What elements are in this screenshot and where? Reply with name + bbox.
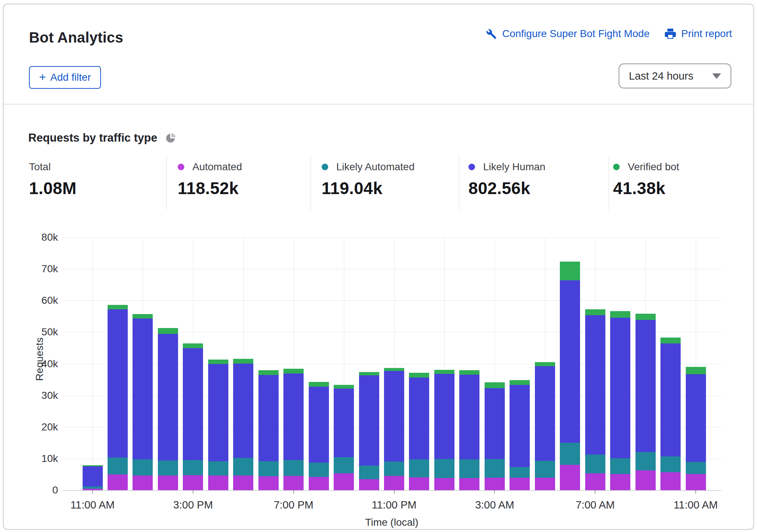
bar-segment-likely-automated xyxy=(158,460,178,475)
gridline-h xyxy=(62,269,721,269)
bar-segment-verified-bot xyxy=(485,382,505,388)
x-axis-tick xyxy=(695,490,696,494)
bar-segment-verified-bot xyxy=(409,373,429,378)
bar-segment-likely-automated xyxy=(283,460,304,476)
stat-value-likely-automated: 119.04k xyxy=(322,178,414,198)
bar-segment-automated xyxy=(459,478,479,490)
bar-segment-automated xyxy=(233,475,253,490)
stat-value-verified-bot: 41.38k xyxy=(613,178,679,198)
x-axis-tick-label: 11:00 PM xyxy=(354,499,435,511)
add-filter-label: Add filter xyxy=(50,72,91,83)
add-filter-button[interactable]: + Add filter xyxy=(29,66,101,89)
bar-segment-verified-bot xyxy=(258,370,279,375)
legend-dot-verified-bot xyxy=(613,164,620,170)
bar-segment-likely-automated xyxy=(133,459,153,475)
bar-segment-automated xyxy=(334,473,354,490)
bar-segment-automated xyxy=(485,478,505,490)
x-axis-tick-label: 3:00 AM xyxy=(454,499,535,511)
bar-segment-likely-automated xyxy=(208,461,228,476)
time-range-select[interactable]: Last 24 hours xyxy=(619,63,731,88)
header-links: Configure Super Bot Fight Mode Print rep… xyxy=(485,28,732,40)
legend-dot-likely-automated xyxy=(322,164,328,170)
gridline-h xyxy=(62,300,721,301)
bar-segment-likely-human xyxy=(660,343,681,456)
legend-dot-likely-human xyxy=(468,164,475,170)
bar-segment-likely-automated xyxy=(233,458,253,475)
stat-divider xyxy=(609,156,609,210)
bar-segment-likely-human xyxy=(585,315,605,455)
x-axis-tick xyxy=(193,490,193,494)
bar-segment-likely-automated xyxy=(334,457,354,474)
stat-label-verified-bot: Verified bot xyxy=(628,161,679,173)
bar-segment-likely-human xyxy=(334,389,354,457)
bar-segment-likely-human xyxy=(610,318,630,458)
bar-segment-automated xyxy=(535,478,555,490)
bar-segment-verified-bot xyxy=(434,370,454,374)
bar-segment-likely-automated xyxy=(108,458,128,474)
bar-segment-likely-automated xyxy=(434,459,454,478)
bar-segment-verified-bot xyxy=(459,370,479,375)
bar-segment-verified-bot xyxy=(635,314,656,320)
bar-segment-automated xyxy=(560,465,580,490)
pie-chart-icon xyxy=(165,132,176,143)
bar-segment-automated xyxy=(258,476,279,490)
bar-segment-likely-automated xyxy=(309,463,329,477)
x-axis-tick-label: 7:00 PM xyxy=(253,499,334,511)
bar-segment-automated xyxy=(309,477,329,490)
bar-segment-likely-automated xyxy=(83,487,103,489)
bar-segment-verified-bot xyxy=(560,262,580,280)
bar-segment-likely-automated xyxy=(635,452,656,470)
time-range-value: Last 24 hours xyxy=(629,70,693,82)
wrench-icon xyxy=(485,28,497,40)
x-axis-title: Time (local) xyxy=(348,517,436,528)
bar-segment-likely-automated xyxy=(585,455,605,473)
stat-automated: Automated 118.52k xyxy=(178,160,242,198)
x-axis-tick xyxy=(394,490,395,494)
bar-segment-likely-human xyxy=(459,375,479,459)
y-axis-title: Requests xyxy=(34,311,46,407)
bar-segment-verified-bot xyxy=(83,465,103,466)
bar-segment-automated xyxy=(283,476,304,490)
y-axis-tick-label: 70k xyxy=(22,263,58,275)
legend-dot-automated xyxy=(178,164,184,170)
bar-segment-verified-bot xyxy=(660,338,681,343)
bar-segment-likely-human xyxy=(384,371,404,461)
bar-segment-likely-human xyxy=(133,318,153,459)
bar-segment-likely-automated xyxy=(535,461,555,478)
bar-segment-likely-human xyxy=(108,309,128,458)
bar-segment-verified-bot xyxy=(686,367,706,374)
bar-segment-likely-automated xyxy=(384,462,404,476)
configure-link-label: Configure Super Bot Fight Mode xyxy=(502,28,650,40)
print-report-link[interactable]: Print report xyxy=(664,28,732,40)
bar-segment-automated xyxy=(660,472,681,490)
stat-likely-human: Likely Human 802.56k xyxy=(468,160,546,198)
bar-segment-verified-bot xyxy=(208,360,228,364)
bar-segment-automated xyxy=(183,475,203,490)
gridline-h xyxy=(62,490,721,491)
x-axis-tick-label: 3:00 PM xyxy=(153,499,233,511)
stat-label-automated: Automated xyxy=(192,161,242,173)
bar-segment-verified-bot xyxy=(510,380,530,385)
y-axis-tick-label: 10k xyxy=(22,453,58,464)
x-axis-tick-label: 7:00 AM xyxy=(555,499,635,511)
bar-segment-automated xyxy=(635,470,656,490)
bar-segment-automated xyxy=(686,474,706,490)
bar-segment-verified-bot xyxy=(283,369,304,374)
bar-segment-verified-bot xyxy=(133,314,153,318)
y-axis-tick-label: 60k xyxy=(22,295,58,306)
bar-segment-likely-human xyxy=(283,374,304,460)
bar-segment-likely-human xyxy=(434,374,454,459)
stat-divider xyxy=(166,156,167,210)
bar-segment-automated xyxy=(510,478,530,490)
bar-segment-likely-human xyxy=(635,320,656,452)
bar-segment-likely-human xyxy=(560,280,580,443)
printer-icon xyxy=(664,28,676,40)
configure-super-bot-fight-mode-link[interactable]: Configure Super Bot Fight Mode xyxy=(485,28,650,40)
bar-segment-likely-human xyxy=(510,385,530,467)
bar-segment-likely-human xyxy=(158,334,178,460)
plus-icon: + xyxy=(39,72,46,83)
bar-segment-likely-automated xyxy=(409,459,429,477)
card-divider xyxy=(4,104,753,105)
x-axis-tick xyxy=(92,490,93,494)
y-axis-tick-label: 20k xyxy=(22,421,58,433)
